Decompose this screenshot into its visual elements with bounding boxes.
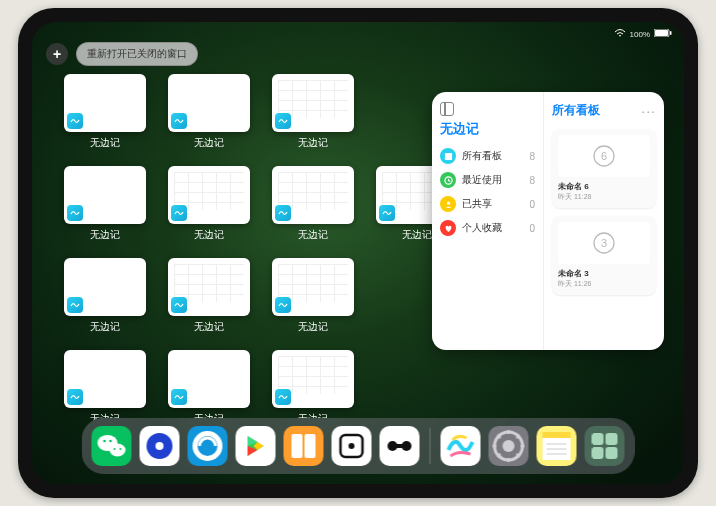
dock-play-icon[interactable]	[236, 426, 276, 466]
dock-freeform-icon[interactable]	[441, 426, 481, 466]
board-preview: 3	[558, 222, 650, 264]
svg-point-13	[109, 440, 112, 443]
window-label: 无边记	[194, 320, 224, 334]
ipad-device: 100% + 重新打开已关闭的窗口 无边记无边记无边记无边记无边记无边记无边记无…	[18, 8, 698, 498]
board-time: 昨天 11:28	[558, 192, 650, 202]
svg-point-5	[446, 201, 449, 204]
thumbnail-preview	[272, 74, 354, 132]
thumbnail-preview	[64, 350, 146, 408]
battery-icon	[654, 29, 672, 39]
svg-rect-43	[606, 433, 618, 445]
dock-wechat-icon[interactable]	[92, 426, 132, 466]
window-thumbnail[interactable]: 无边记	[168, 258, 250, 334]
svg-text:3: 3	[601, 237, 607, 249]
dock-separator	[430, 428, 431, 464]
dock-settings-icon[interactable]	[489, 426, 529, 466]
window-thumbnail[interactable]: 无边记	[272, 74, 354, 150]
thumbnail-preview	[168, 166, 250, 224]
window-thumbnail[interactable]: 无边记	[64, 258, 146, 334]
top-toolbar: + 重新打开已关闭的窗口	[46, 42, 198, 66]
category-count: 0	[529, 223, 535, 234]
window-thumbnail[interactable]: 无边记	[272, 350, 354, 426]
window-label: 无边记	[90, 136, 120, 150]
category-label: 最近使用	[462, 173, 523, 187]
category-item[interactable]: 最近使用8	[440, 168, 535, 192]
category-item[interactable]: 所有看板8	[440, 144, 535, 168]
window-thumbnail[interactable]: 无边记	[64, 166, 146, 242]
window-thumbnail[interactable]: 无边记	[64, 74, 146, 150]
dock-dice-icon[interactable]	[332, 426, 372, 466]
window-label: 无边记	[298, 228, 328, 242]
window-thumbnail[interactable]: 无边记	[168, 166, 250, 242]
dock-connect-icon[interactable]	[380, 426, 420, 466]
board-item[interactable]: 6未命名 6昨天 11:28	[552, 129, 656, 208]
freeform-icon	[275, 113, 291, 129]
category-label: 所有看板	[462, 149, 523, 163]
svg-point-28	[503, 440, 515, 452]
thumbnail-preview	[272, 258, 354, 316]
freeform-icon	[275, 389, 291, 405]
svg-point-17	[156, 442, 164, 450]
freeform-icon	[67, 389, 83, 405]
thumbnail-preview	[168, 74, 250, 132]
more-icon[interactable]: ···	[641, 103, 656, 119]
board-name: 未命名 3	[558, 268, 650, 279]
window-label: 无边记	[298, 136, 328, 150]
freeform-icon	[171, 205, 187, 221]
dock-quark-icon[interactable]	[140, 426, 180, 466]
board-item[interactable]: 3未命名 3昨天 11:26	[552, 216, 656, 295]
svg-rect-21	[305, 434, 316, 458]
dock-books-icon[interactable]	[284, 426, 324, 466]
battery-percent: 100%	[630, 30, 650, 39]
thumbnail-preview	[64, 74, 146, 132]
window-thumbnail[interactable]: 无边记	[272, 258, 354, 334]
heart-icon	[440, 220, 456, 236]
thumbnail-preview	[64, 166, 146, 224]
plus-icon: +	[53, 46, 61, 62]
sidebar-icon[interactable]	[440, 102, 454, 116]
window-label: 无边记	[194, 136, 224, 150]
thumbnail-preview	[272, 166, 354, 224]
window-label: 无边记	[402, 228, 432, 242]
svg-point-23	[349, 443, 355, 449]
dock-qqbrowser-icon[interactable]	[188, 426, 228, 466]
thumbnail-preview	[272, 350, 354, 408]
board-time: 昨天 11:26	[558, 279, 650, 289]
status-bar: 100%	[32, 26, 684, 42]
category-item[interactable]: 已共享0	[440, 192, 535, 216]
window-thumbnail[interactable]: 无边记	[272, 166, 354, 242]
window-label: 无边记	[90, 320, 120, 334]
reopen-button[interactable]: 重新打开已关闭的窗口	[76, 42, 198, 66]
reopen-label: 重新打开已关闭的窗口	[87, 48, 187, 59]
dock-app-library-icon[interactable]	[585, 426, 625, 466]
board-preview: 6	[558, 135, 650, 177]
category-count: 8	[529, 175, 535, 186]
category-count: 0	[529, 199, 535, 210]
freeform-icon	[67, 205, 83, 221]
freeform-icon	[275, 205, 291, 221]
window-thumbnail[interactable]: 无边记	[168, 74, 250, 150]
svg-rect-37	[543, 432, 571, 438]
svg-rect-1	[655, 30, 668, 36]
freeform-icon	[67, 297, 83, 313]
panel-categories: 无边记 所有看板8最近使用8已共享0个人收藏0	[432, 92, 544, 350]
freeform-icon	[275, 297, 291, 313]
category-item[interactable]: 个人收藏0	[440, 216, 535, 240]
window-thumbnail[interactable]: 无边记	[168, 350, 250, 426]
svg-text:6: 6	[601, 150, 607, 162]
svg-rect-3	[444, 152, 451, 159]
window-label: 无边记	[90, 228, 120, 242]
svg-point-14	[114, 448, 116, 450]
wifi-icon	[614, 28, 626, 40]
window-thumbnail[interactable]: 无边记	[64, 350, 146, 426]
freeform-icon	[379, 205, 395, 221]
svg-rect-44	[592, 447, 604, 459]
category-label: 已共享	[462, 197, 523, 211]
screen: 100% + 重新打开已关闭的窗口 无边记无边记无边记无边记无边记无边记无边记无…	[32, 22, 684, 484]
freeform-icon	[171, 297, 187, 313]
panel-title: 无边记	[440, 120, 535, 138]
category-count: 8	[529, 151, 535, 162]
person-icon	[440, 196, 456, 212]
dock-notes-icon[interactable]	[537, 426, 577, 466]
add-button[interactable]: +	[46, 43, 68, 65]
